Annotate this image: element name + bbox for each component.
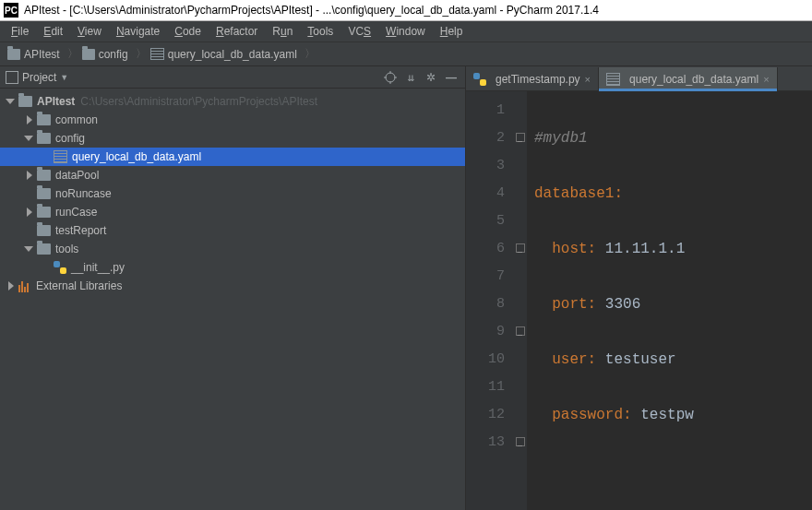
fold-toggle[interactable]	[514, 235, 527, 263]
tree-item-label: runCase	[55, 206, 97, 219]
code-value: 11.11.1.1	[605, 241, 685, 257]
line-number: 3	[470, 152, 505, 180]
breadcrumb-file[interactable]: query_local_db_data.yaml	[149, 48, 303, 61]
breadcrumb-folder[interactable]: config	[80, 48, 134, 61]
line-number: 1	[470, 97, 505, 125]
expand-icon[interactable]	[24, 207, 35, 218]
app-icon: PC	[4, 3, 18, 18]
code-value: testuser	[605, 351, 676, 368]
tree-noruncase[interactable]: noRuncase	[0, 184, 465, 203]
tree-external-libraries[interactable]: External Libraries	[0, 277, 465, 295]
folder-icon	[18, 96, 32, 107]
expand-icon[interactable]	[6, 280, 17, 291]
window-title: APItest - [C:\Users\Administrator\Pychar…	[24, 4, 599, 17]
menu-tools[interactable]: Tools	[300, 23, 340, 40]
hide-button[interactable]: —	[443, 69, 460, 86]
tree-root[interactable]: APItest C:\Users\Administrator\PycharmPr…	[0, 92, 465, 111]
fold-column	[514, 91, 527, 510]
code-value: 3306	[605, 296, 640, 313]
menu-bar: File Edit View Navigate Code Refactor Ru…	[0, 21, 812, 42]
tab-query-local-db[interactable]: query_local_db_data.yaml ×	[599, 67, 778, 90]
code-key: host	[552, 241, 587, 257]
python-file-icon	[54, 261, 66, 274]
fold-toggle[interactable]	[514, 125, 527, 152]
fold-toggle[interactable]	[514, 318, 527, 346]
line-number: 11	[470, 374, 505, 401]
code-editor[interactable]: 1 2 3 4 5 6 7 8 9 10 11 12 13	[466, 91, 812, 510]
expand-icon[interactable]	[24, 114, 35, 125]
folder-icon	[37, 170, 51, 181]
folder-icon	[37, 225, 51, 236]
tree-item-label: query_local_db_data.yaml	[72, 150, 201, 163]
tree-runcase[interactable]: runCase	[0, 203, 465, 221]
menu-run[interactable]: Run	[265, 23, 300, 40]
gear-icon: ✲	[426, 71, 436, 84]
tree-item-label: dataPool	[55, 169, 99, 182]
line-number: 13	[470, 429, 505, 457]
breadcrumb-root-label: APItest	[24, 48, 60, 61]
tree-item-label: testReport	[55, 224, 106, 237]
library-icon	[18, 279, 31, 292]
yaml-file-icon	[606, 73, 620, 86]
menu-help[interactable]: Help	[433, 23, 471, 40]
menu-edit[interactable]: Edit	[36, 23, 70, 40]
code-content[interactable]: #mydb1 database1: host: 11.11.1.1 port: …	[527, 91, 812, 510]
settings-button[interactable]: ✲	[423, 69, 439, 86]
menu-window[interactable]: Window	[378, 23, 433, 40]
collapse-all-button[interactable]: ⇊	[402, 69, 419, 86]
project-tree[interactable]: APItest C:\Users\Administrator\PycharmPr…	[0, 89, 465, 510]
line-number: 7	[470, 263, 505, 291]
line-number: 4	[470, 180, 505, 208]
code-key: port	[552, 296, 587, 313]
tree-item-label: External Libraries	[36, 279, 122, 292]
tree-root-path: C:\Users\Administrator\PycharmProjects\A…	[80, 95, 317, 108]
fold-toggle[interactable]	[514, 429, 527, 457]
close-icon[interactable]: ×	[585, 74, 591, 85]
editor-area: getTimestamp.py × query_local_db_data.ya…	[466, 66, 812, 510]
project-tool-header: Project ▼ ⇊ ✲ —	[0, 66, 465, 89]
breadcrumb: APItest 〉 config 〉 query_local_db_data.y…	[0, 42, 812, 66]
menu-vcs[interactable]: VCS	[340, 23, 378, 40]
code-key: database1	[534, 185, 614, 202]
close-icon[interactable]: ×	[763, 74, 769, 85]
tree-tools-init[interactable]: __init__.py	[0, 258, 465, 277]
tree-config[interactable]: config	[0, 129, 465, 148]
tab-label: query_local_db_data.yaml	[629, 73, 758, 86]
chevron-right-icon: 〉	[304, 46, 316, 62]
menu-navigate[interactable]: Navigate	[109, 23, 167, 40]
locate-button[interactable]	[382, 69, 399, 86]
dropdown-icon[interactable]: ▼	[60, 73, 68, 82]
tree-tools[interactable]: tools	[0, 240, 465, 258]
tree-common[interactable]: common	[0, 111, 465, 129]
window-titlebar: PC APItest - [C:\Users\Administrator\Pyc…	[0, 0, 812, 21]
folder-icon	[37, 188, 51, 199]
expand-icon[interactable]	[6, 96, 17, 107]
breadcrumb-root[interactable]: APItest	[6, 48, 66, 61]
code-key: user	[552, 351, 587, 368]
tree-config-file[interactable]: query_local_db_data.yaml	[0, 148, 465, 166]
tree-datapool[interactable]: dataPool	[0, 166, 465, 184]
folder-icon	[37, 114, 51, 125]
menu-code[interactable]: Code	[167, 23, 209, 40]
folder-icon	[37, 207, 51, 218]
breadcrumb-folder-label: config	[99, 48, 128, 61]
line-number: 8	[470, 291, 505, 318]
menu-view[interactable]: View	[70, 23, 109, 40]
expand-icon[interactable]	[24, 133, 35, 144]
line-number: 10	[470, 346, 505, 374]
tree-testreport[interactable]: testReport	[0, 221, 465, 240]
minimize-icon: —	[446, 71, 457, 84]
menu-refactor[interactable]: Refactor	[209, 23, 265, 40]
breadcrumb-file-label: query_local_db_data.yaml	[168, 48, 297, 61]
expand-icon[interactable]	[24, 170, 35, 181]
tree-item-label: common	[55, 113, 98, 126]
line-number: 5	[470, 208, 505, 235]
project-tool-title[interactable]: Project	[22, 71, 56, 84]
tab-label: getTimestamp.py	[496, 73, 580, 86]
folder-icon	[7, 49, 20, 60]
expand-icon[interactable]	[24, 243, 35, 255]
line-number: 12	[470, 401, 505, 429]
tab-gettimestamp[interactable]: getTimestamp.py ×	[466, 67, 599, 90]
code-value: testpw	[640, 407, 694, 423]
menu-file[interactable]: File	[4, 23, 36, 40]
